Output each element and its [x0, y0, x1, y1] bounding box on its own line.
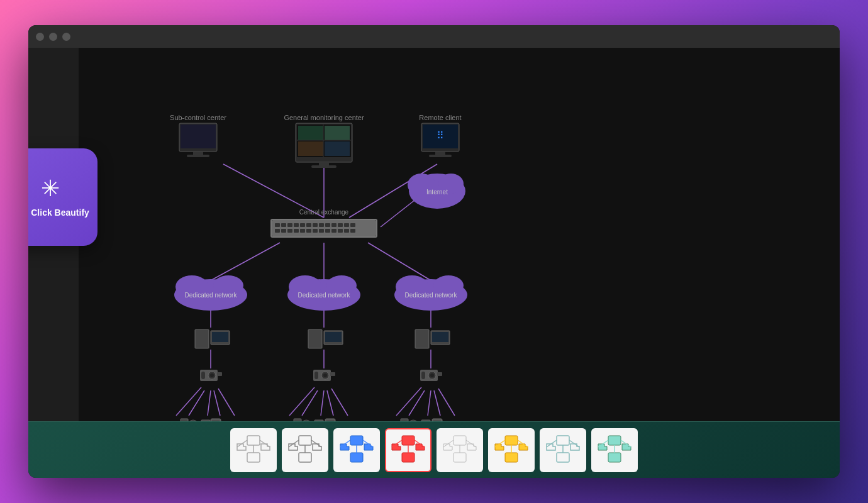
svg-rect-64: [275, 229, 280, 233]
svg-rect-135: [247, 453, 260, 462]
svg-rect-99: [201, 372, 205, 379]
theme-card-default[interactable]: [230, 428, 277, 472]
svg-rect-142: [299, 453, 311, 462]
svg-marker-153: [364, 444, 373, 450]
svg-rect-67: [294, 229, 299, 233]
svg-rect-170: [505, 453, 518, 462]
svg-rect-76: [350, 229, 355, 233]
svg-rect-55: [300, 223, 305, 227]
svg-marker-158: [392, 444, 401, 450]
theme-card-red[interactable]: [385, 428, 431, 472]
svg-rect-102: [217, 372, 222, 376]
beautify-icon: ✳: [41, 175, 60, 202]
svg-point-106: [323, 373, 327, 377]
svg-rect-177: [557, 453, 569, 462]
svg-rect-109: [421, 372, 425, 379]
svg-rect-163: [453, 453, 466, 462]
svg-rect-42: [311, 165, 337, 168]
svg-rect-119: [212, 421, 220, 421]
theme-card-blue[interactable]: [333, 428, 380, 472]
svg-rect-51: [275, 223, 280, 227]
svg-rect-95: [415, 329, 429, 348]
svg-rect-35: [298, 126, 323, 140]
svg-marker-165: [443, 444, 452, 450]
dedicated-network-1-label: Dedicated network: [185, 292, 238, 299]
svg-rect-47: [429, 155, 452, 157]
svg-rect-169: [505, 436, 518, 445]
svg-text:⠿: ⠿: [437, 130, 444, 141]
svg-rect-30: [181, 124, 216, 148]
svg-rect-89: [195, 329, 209, 348]
svg-rect-183: [608, 436, 621, 445]
svg-rect-121: [294, 419, 301, 421]
svg-point-101: [210, 373, 214, 377]
svg-rect-65: [281, 229, 286, 233]
dedicated-network-2-label: Dedicated network: [298, 292, 351, 299]
svg-rect-58: [319, 223, 324, 227]
svg-rect-156: [402, 453, 415, 462]
svg-rect-70: [313, 229, 318, 233]
svg-rect-94: [325, 332, 342, 342]
svg-rect-75: [344, 229, 349, 233]
svg-rect-131: [421, 420, 430, 421]
svg-rect-63: [350, 223, 355, 227]
svg-rect-104: [314, 372, 318, 379]
svg-marker-139: [261, 444, 270, 450]
remote-client-label: Remote client: [419, 114, 461, 121]
svg-rect-56: [306, 223, 311, 227]
minimize-button[interactable]: [49, 33, 57, 41]
svg-rect-141: [299, 436, 311, 445]
svg-rect-148: [350, 436, 363, 445]
theme-card-light[interactable]: [437, 428, 483, 472]
diagram-area[interactable]: Sub-control center General monitoring ce…: [79, 48, 840, 421]
svg-marker-179: [547, 444, 555, 450]
theme-card-yellow[interactable]: [488, 428, 535, 472]
svg-rect-112: [437, 372, 442, 376]
svg-rect-149: [350, 453, 363, 462]
svg-rect-61: [338, 223, 343, 227]
svg-rect-53: [287, 223, 292, 227]
svg-rect-91: [212, 332, 228, 342]
svg-rect-114: [181, 419, 188, 421]
svg-rect-68: [300, 229, 305, 233]
svg-rect-59: [325, 223, 330, 227]
svg-marker-174: [519, 444, 528, 450]
svg-marker-144: [289, 444, 298, 450]
svg-rect-66: [287, 229, 292, 233]
svg-marker-151: [340, 444, 349, 450]
central-exchange-label: Central exchange: [299, 209, 349, 216]
svg-rect-71: [319, 229, 324, 233]
beautify-button[interactable]: ✳ One Click Beautify: [28, 148, 97, 246]
close-button[interactable]: [36, 33, 44, 41]
svg-rect-162: [453, 436, 466, 445]
svg-rect-72: [325, 229, 330, 233]
svg-point-111: [430, 373, 434, 377]
svg-rect-92: [308, 329, 322, 348]
theme-card-outline[interactable]: [282, 428, 328, 472]
svg-marker-172: [495, 444, 504, 450]
svg-rect-133: [433, 421, 441, 421]
svg-marker-160: [416, 444, 425, 450]
svg-marker-181: [570, 444, 579, 450]
svg-marker-186: [598, 444, 607, 450]
svg-rect-36: [325, 126, 350, 140]
internet-label: Internet: [426, 189, 448, 196]
diagram-svg: Sub-control center General monitoring ce…: [79, 48, 840, 421]
svg-rect-62: [344, 223, 349, 227]
svg-rect-32: [187, 155, 209, 157]
dedicated-network-3-label: Dedicated network: [405, 292, 458, 299]
svg-rect-54: [294, 223, 299, 227]
theme-card-teal[interactable]: [540, 428, 586, 472]
svg-rect-69: [306, 229, 311, 233]
general-monitoring-label: General monitoring center: [284, 114, 364, 121]
app-window: ✳ One Click Beautify: [28, 25, 840, 478]
theme-card-mint[interactable]: [591, 428, 638, 472]
svg-rect-126: [326, 421, 334, 421]
svg-rect-128: [401, 419, 408, 421]
titlebar: [28, 25, 840, 48]
maximize-button[interactable]: [62, 33, 70, 41]
svg-rect-97: [432, 332, 448, 342]
svg-marker-146: [313, 444, 321, 450]
window-content: ✳ One Click Beautify: [28, 48, 840, 478]
svg-rect-107: [330, 372, 335, 376]
